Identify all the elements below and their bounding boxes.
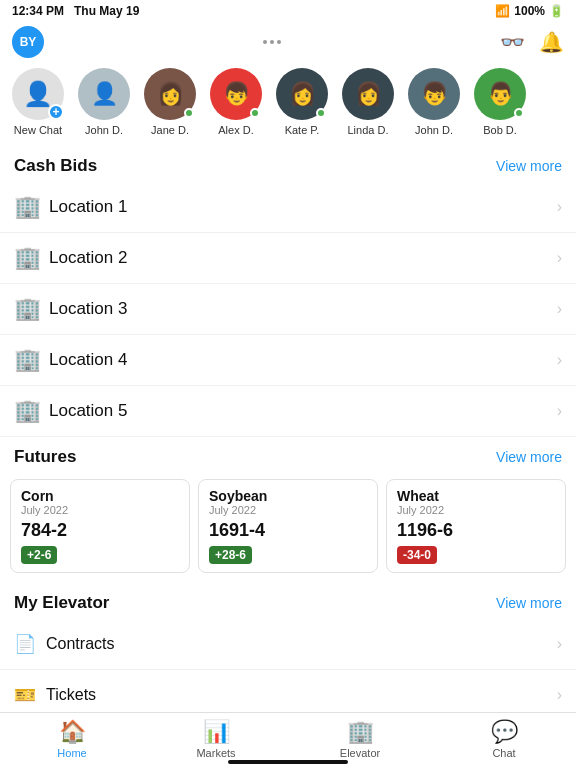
contact-item-new-chat[interactable]: 👤 + New Chat (10, 68, 66, 136)
futures-card-soybean[interactable]: Soybean July 2022 1691-4 +28-6 (198, 479, 378, 573)
contact-name-jane-d: Jane D. (151, 124, 189, 136)
contact-item-linda-d[interactable]: 👩 Linda D. (340, 68, 396, 136)
tickets-label: Tickets (46, 686, 96, 704)
tickets-icon: 🎫 (14, 684, 36, 706)
user-avatar[interactable]: BY (12, 26, 44, 58)
contact-item-bob-d[interactable]: 👨 Bob D. (472, 68, 528, 136)
contact-name-new-chat: New Chat (14, 124, 62, 136)
contacts-row: 👤 + New Chat 👤 John D. 👩 Jane D. 👦 (0, 64, 576, 146)
bell-icon[interactable]: 🔔 (539, 30, 564, 54)
status-time: 12:34 PM (12, 4, 64, 18)
markets-nav-icon: 📊 (203, 719, 230, 745)
futures-title: Futures (14, 447, 76, 467)
futures-label-corn: Corn (21, 488, 179, 504)
home-nav-icon: 🏠 (59, 719, 86, 745)
location-name-1: Location 1 (49, 197, 127, 217)
futures-date-corn: July 2022 (21, 504, 179, 516)
status-bar: 12:34 PM Thu May 19 📶 100% 🔋 (0, 0, 576, 22)
futures-grid: Corn July 2022 784-2 +2-6 Soybean July 2… (0, 473, 576, 583)
chevron-icon-5: › (557, 402, 562, 420)
futures-date-wheat: July 2022 (397, 504, 555, 516)
building-icon-2: 🏢 (14, 245, 41, 271)
contact-item-john-d-1[interactable]: 👤 John D. (76, 68, 132, 136)
chevron-icon-3: › (557, 300, 562, 318)
tickets-chevron: › (557, 686, 562, 704)
contact-name-bob-d: Bob D. (483, 124, 517, 136)
nav-item-chat[interactable]: 💬 Chat (474, 719, 534, 759)
location-name-4: Location 4 (49, 350, 127, 370)
elevator-nav-icon: 🏢 (347, 719, 374, 745)
nav-item-home[interactable]: 🏠 Home (42, 719, 102, 759)
chevron-icon-4: › (557, 351, 562, 369)
location-item-1[interactable]: 🏢 Location 1 › (0, 182, 576, 233)
futures-card-wheat[interactable]: Wheat July 2022 1196-6 -34-0 (386, 479, 566, 573)
futures-badge-wheat: -34-0 (397, 546, 437, 564)
my-elevator-view-more[interactable]: View more (496, 595, 562, 611)
building-icon-4: 🏢 (14, 347, 41, 373)
futures-value-corn: 784-2 (21, 520, 179, 541)
location-item-3[interactable]: 🏢 Location 3 › (0, 284, 576, 335)
location-item-2[interactable]: 🏢 Location 2 › (0, 233, 576, 284)
locations-list: 🏢 Location 1 › 🏢 Location 2 › 🏢 Location… (0, 182, 576, 437)
cash-bids-view-more[interactable]: View more (496, 158, 562, 174)
contact-avatar-bob-d: 👨 (474, 68, 526, 120)
location-item-4[interactable]: 🏢 Location 4 › (0, 335, 576, 386)
futures-badge-soybean: +28-6 (209, 546, 252, 564)
my-elevator-header: My Elevator View more (0, 583, 576, 619)
contact-name-alex-d: Alex D. (218, 124, 253, 136)
futures-label-soybean: Soybean (209, 488, 367, 504)
contact-name-linda-d: Linda D. (348, 124, 389, 136)
chevron-icon-1: › (557, 198, 562, 216)
menu-dot (263, 40, 267, 44)
contact-name-john-d-1: John D. (85, 124, 123, 136)
contact-avatar-linda-d: 👩 (342, 68, 394, 120)
contact-name-john-d-2: John D. (415, 124, 453, 136)
location-name-3: Location 3 (49, 299, 127, 319)
contact-item-jane-d[interactable]: 👩 Jane D. (142, 68, 198, 136)
markets-nav-label: Markets (196, 747, 235, 759)
futures-value-wheat: 1196-6 (397, 520, 555, 541)
contact-name-kate-p: Kate P. (285, 124, 320, 136)
futures-badge-corn: +2-6 (21, 546, 57, 564)
contact-avatar-john-d-1: 👤 (78, 68, 130, 120)
futures-label-wheat: Wheat (397, 488, 555, 504)
contact-avatar-jane-d: 👩 (144, 68, 196, 120)
nav-item-markets[interactable]: 📊 Markets (186, 719, 246, 759)
futures-header: Futures View more (0, 437, 576, 473)
battery-icon: 🔋 (549, 4, 564, 18)
contracts-icon: 📄 (14, 633, 36, 655)
chat-nav-label: Chat (492, 747, 515, 759)
contact-item-john-d-2[interactable]: 👦 John D. (406, 68, 462, 136)
menu-dot (277, 40, 281, 44)
contracts-chevron: › (557, 635, 562, 653)
location-item-5[interactable]: 🏢 Location 5 › (0, 386, 576, 437)
menu-dot (270, 40, 274, 44)
futures-date-soybean: July 2022 (209, 504, 367, 516)
wifi-icon: 📶 (495, 4, 510, 18)
futures-card-corn[interactable]: Corn July 2022 784-2 +2-6 (10, 479, 190, 573)
nav-item-elevator[interactable]: 🏢 Elevator (330, 719, 390, 759)
status-date: Thu May 19 (74, 4, 139, 18)
home-indicator (228, 760, 348, 764)
home-nav-label: Home (57, 747, 86, 759)
cash-bids-header: Cash Bids View more (0, 146, 576, 182)
building-icon-1: 🏢 (14, 194, 41, 220)
contact-item-kate-p[interactable]: 👩 Kate P. (274, 68, 330, 136)
building-icon-5: 🏢 (14, 398, 41, 424)
contact-avatar-kate-p: 👩 (276, 68, 328, 120)
location-name-2: Location 2 (49, 248, 127, 268)
chat-nav-icon: 💬 (491, 719, 518, 745)
top-bar: BY 👓 🔔 (0, 22, 576, 64)
futures-view-more[interactable]: View more (496, 449, 562, 465)
contact-item-alex-d[interactable]: 👦 Alex D. (208, 68, 264, 136)
new-chat-plus-icon: + (48, 104, 64, 120)
contact-avatar-alex-d: 👦 (210, 68, 262, 120)
glasses-icon[interactable]: 👓 (500, 30, 525, 54)
building-icon-3: 🏢 (14, 296, 41, 322)
contact-avatar-john-d-2: 👦 (408, 68, 460, 120)
elevator-nav-label: Elevator (340, 747, 380, 759)
chevron-icon-2: › (557, 249, 562, 267)
contracts-label: Contracts (46, 635, 114, 653)
elevator-item-contracts[interactable]: 📄 Contracts › (0, 619, 576, 670)
location-name-5: Location 5 (49, 401, 127, 421)
